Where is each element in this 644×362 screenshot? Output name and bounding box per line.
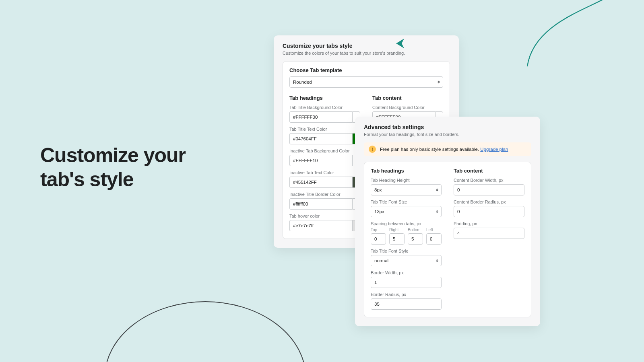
spacing-bottom-input[interactable]: 5 xyxy=(408,233,423,245)
border-radius-input[interactable]: 35 xyxy=(371,298,442,310)
tab-content-title: Tab content xyxy=(372,95,443,101)
padding-input[interactable]: 4 xyxy=(454,228,524,239)
chevron-updown-icon xyxy=(436,259,438,262)
arrow-icon xyxy=(395,38,407,49)
chevron-updown-icon xyxy=(436,210,438,213)
upgrade-banner: ! Free plan has only basic style setting… xyxy=(364,142,531,156)
inactive-border-input[interactable]: #ffffff00 xyxy=(289,198,352,210)
tab-headings-title: Tab headings xyxy=(289,95,360,101)
svg-marker-0 xyxy=(396,39,404,48)
adv-content-title: Tab content xyxy=(454,168,524,174)
content-border-width-input[interactable]: 0 xyxy=(454,184,524,195)
hover-input[interactable]: #e7e7e7ff xyxy=(289,220,352,231)
template-select[interactable]: Rounded xyxy=(289,76,443,88)
chevron-updown-icon xyxy=(438,81,440,84)
chevron-updown-icon xyxy=(436,189,438,191)
inactive-bg-input[interactable]: #FFFFFF10 xyxy=(289,155,352,166)
warning-icon: ! xyxy=(369,146,376,153)
spacing-top-input[interactable]: 0 xyxy=(371,233,386,245)
panel-title: Customize your tabs style xyxy=(283,43,450,49)
content-border-radius-input[interactable]: 0 xyxy=(454,206,524,217)
spacing-left-input[interactable]: 0 xyxy=(426,233,442,245)
advanced-settings-panel: Advanced tab settings Format your tab he… xyxy=(355,117,540,326)
advanced-subtitle: Format your tab headings, font size and … xyxy=(364,132,531,137)
advanced-title: Advanced tab settings xyxy=(364,124,531,130)
decorative-curve-bottom xyxy=(93,274,318,362)
advanced-inner: Tab headings Tab Heading Height 8px Tab … xyxy=(364,162,531,317)
inactive-text-input[interactable]: #455142FF xyxy=(289,177,352,188)
heading-height-select[interactable]: 8px xyxy=(371,184,442,195)
template-section-label: Choose Tab template xyxy=(289,67,443,73)
svg-point-1 xyxy=(105,302,306,362)
font-size-select[interactable]: 13px xyxy=(371,206,442,217)
spacing-right-input[interactable]: 5 xyxy=(389,233,405,245)
title-bg-input[interactable]: #FFFFFF00 xyxy=(289,111,352,123)
adv-headings-title: Tab headings xyxy=(371,168,442,174)
border-width-input[interactable]: 1 xyxy=(371,277,442,288)
panel-subtitle: Customize the colors of your tabs to sui… xyxy=(283,51,450,56)
page-title: Customize your tab's style xyxy=(40,143,186,191)
upgrade-link[interactable]: Upgrade plan xyxy=(480,147,508,152)
font-style-select[interactable]: normal xyxy=(371,255,442,266)
title-text-input[interactable]: #047604FF xyxy=(289,133,352,144)
